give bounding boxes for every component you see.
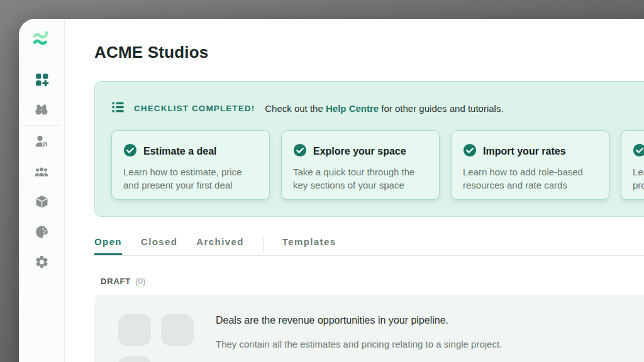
sidebar-item-rates[interactable]: $ bbox=[19, 126, 64, 156]
page-title: ACME Studios bbox=[94, 43, 644, 62]
empty-state-title: Deals are the revenue opportunities in y… bbox=[216, 315, 631, 326]
tab-closed[interactable]: Closed bbox=[141, 236, 177, 255]
checklist-card-import-your-rates[interactable]: Import your rates Learn how to add role-… bbox=[451, 130, 609, 200]
placeholder-row bbox=[118, 356, 194, 362]
tabbar-divider bbox=[263, 237, 264, 253]
card-description: Lea pro bbox=[633, 165, 644, 192]
card-description: Take a quick tour through the key sectio… bbox=[293, 165, 428, 192]
sidebar-nav: $ bbox=[19, 60, 64, 277]
checklist-banner-header: CHECKLIST COMPLETED! Check out the Help … bbox=[111, 101, 644, 116]
tab-archived[interactable]: Archived bbox=[196, 236, 243, 255]
checklist-banner: CHECKLIST COMPLETED! Check out the Help … bbox=[94, 81, 644, 217]
card-description-line: key sections of your space bbox=[293, 178, 428, 192]
message-prefix: Check out the bbox=[265, 103, 326, 114]
placeholder-square bbox=[118, 314, 151, 346]
card-description-line: and present your first deal bbox=[123, 178, 258, 192]
binoculars-icon bbox=[33, 102, 50, 117]
help-centre-link[interactable]: Help Centre bbox=[326, 103, 379, 114]
card-header bbox=[633, 143, 644, 160]
svg-text:$: $ bbox=[44, 142, 47, 147]
checklist-card-clipped[interactable]: Lea pro bbox=[621, 130, 644, 200]
card-header: Estimate a deal bbox=[123, 143, 258, 160]
card-description-line: Take a quick tour through the bbox=[293, 165, 428, 178]
draft-section-header: DRAFT (0) bbox=[101, 277, 644, 286]
checklist-card-estimate-a-deal[interactable]: Estimate a deal Learn how to estimate, p… bbox=[111, 130, 270, 200]
tab-templates[interactable]: Templates bbox=[282, 236, 336, 255]
deals-empty-state-panel: Deals are the revenue opportunities in y… bbox=[94, 295, 644, 362]
sidebar-item-explore[interactable] bbox=[19, 94, 64, 124]
card-title: Explore your space bbox=[313, 146, 406, 157]
desktop-background: { "app": { "workspace_title": "ACME Stud… bbox=[0, 0, 644, 362]
sidebar-item-packages[interactable] bbox=[19, 187, 64, 217]
placeholder-row bbox=[118, 314, 194, 346]
draft-section-count: (0) bbox=[135, 277, 146, 286]
app-logo[interactable] bbox=[19, 19, 64, 60]
card-description-line: Learn how to estimate, price bbox=[123, 165, 258, 178]
main-content: ACME Studios CHECKLIST COMPL bbox=[65, 43, 644, 362]
checklist-cards: Estimate a deal Learn how to estimate, p… bbox=[111, 130, 644, 200]
sidebar-item-team[interactable] bbox=[19, 156, 64, 187]
card-description: Learn how to estimate, price and present… bbox=[123, 165, 258, 192]
checklist-card-explore-your-space[interactable]: Explore your space Take a quick tour thr… bbox=[281, 130, 440, 200]
check-circle-icon bbox=[633, 143, 644, 160]
checklist-completed-heading: CHECKLIST COMPLETED! bbox=[134, 104, 255, 113]
checklist-icon bbox=[111, 101, 125, 116]
placeholder-illustration bbox=[118, 314, 194, 362]
person-dollar-icon: $ bbox=[33, 134, 50, 149]
deals-tabbar: Open Closed Archived Templates bbox=[94, 236, 644, 256]
card-header: Import your rates bbox=[463, 143, 597, 160]
card-description: Learn how to add role-based resources an… bbox=[463, 165, 597, 192]
card-description-line: pro bbox=[633, 178, 644, 192]
grid-plus-icon bbox=[34, 72, 50, 87]
app-window: $ bbox=[19, 19, 644, 362]
sidebar-item-settings[interactable] bbox=[19, 247, 64, 277]
draft-section-label: DRAFT bbox=[101, 277, 131, 286]
palette-icon bbox=[34, 224, 50, 239]
card-description-line: Lea bbox=[633, 165, 644, 178]
wave-logo-icon bbox=[31, 29, 52, 50]
checklist-banner-message: Check out the Help Centre for other guid… bbox=[265, 103, 503, 114]
tab-open[interactable]: Open bbox=[94, 236, 122, 255]
check-circle-icon bbox=[293, 143, 307, 160]
main-area: ACME Studios CHECKLIST COMPL bbox=[65, 19, 644, 362]
card-description-line: Learn how to add role-based bbox=[463, 165, 597, 178]
card-description-line: resources and rate cards bbox=[463, 178, 597, 192]
check-circle-icon bbox=[123, 143, 137, 160]
message-suffix: for other guides and tutorials. bbox=[379, 103, 503, 114]
placeholder-square bbox=[161, 314, 194, 346]
cube-icon bbox=[34, 194, 50, 209]
sidebar-item-deals[interactable] bbox=[19, 64, 64, 94]
check-circle-icon bbox=[463, 143, 477, 160]
card-title: Import your rates bbox=[483, 146, 566, 157]
card-title: Estimate a deal bbox=[143, 146, 217, 157]
empty-state-text: Deals are the revenue opportunities in y… bbox=[216, 314, 631, 362]
gear-icon bbox=[34, 255, 50, 270]
sidebar: $ bbox=[19, 19, 65, 362]
card-header: Explore your space bbox=[293, 143, 428, 160]
sidebar-divider bbox=[23, 125, 60, 126]
sidebar-item-theme[interactable] bbox=[19, 217, 64, 247]
people-icon bbox=[33, 164, 50, 179]
placeholder-square bbox=[118, 356, 151, 362]
empty-state-line: They contain all the estimates and prici… bbox=[216, 339, 631, 349]
